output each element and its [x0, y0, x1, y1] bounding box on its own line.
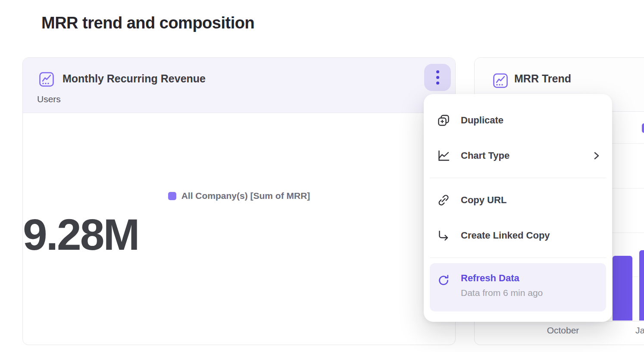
- trend-bar[interactable]: [613, 256, 632, 321]
- duplicate-icon: [437, 113, 450, 127]
- page-title: MRR trend and composition: [41, 14, 254, 32]
- card-options-button[interactable]: [424, 64, 451, 91]
- refresh-icon: [437, 273, 450, 287]
- line-chart-icon: [492, 72, 509, 89]
- mrr-legend: All Company(s) [Sum of MRR]: [23, 191, 455, 201]
- link-icon: [437, 193, 450, 207]
- menu-item-label: Chart Type: [461, 150, 510, 161]
- trend-card-title: MRR Trend: [514, 72, 571, 85]
- legend-swatch-icon: [168, 192, 176, 200]
- menu-item-label: Create Linked Copy: [461, 230, 550, 241]
- line-chart-icon: [38, 71, 55, 88]
- kebab-menu-icon: [436, 70, 439, 85]
- mrr-card: Monthly Recurring Revenue Users All Comp…: [22, 57, 456, 345]
- x-axis-label: Ja: [635, 325, 644, 336]
- menu-item-label: Copy URL: [461, 195, 506, 206]
- menu-item-copy-url[interactable]: Copy URL: [424, 182, 612, 218]
- mrr-value: 9.28M: [23, 210, 455, 260]
- legend-label: All Company(s) [Sum of MRR]: [181, 191, 310, 201]
- menu-item-duplicate[interactable]: Duplicate: [424, 103, 612, 138]
- menu-divider: [430, 258, 606, 258]
- trend-bar[interactable]: [639, 250, 644, 321]
- chart-type-icon: [437, 149, 450, 163]
- x-axis-label: October: [531, 325, 595, 336]
- linked-copy-arrow-icon: [437, 229, 450, 242]
- legend-swatch-icon: [642, 123, 644, 133]
- chevron-right-icon: [592, 151, 601, 161]
- menu-item-create-linked-copy[interactable]: Create Linked Copy: [424, 218, 612, 253]
- mrr-card-title: Monthly Recurring Revenue: [63, 72, 206, 85]
- menu-item-label: Duplicate: [461, 115, 503, 126]
- context-menu: Duplicate Chart Type Copy URL: [424, 94, 612, 322]
- mrr-card-subtitle: Users: [37, 94, 61, 104]
- menu-item-chart-type[interactable]: Chart Type: [424, 138, 612, 173]
- mrr-card-header: Monthly Recurring Revenue Users: [23, 58, 455, 113]
- menu-divider: [430, 178, 606, 178]
- menu-item-label: Refresh Data: [461, 273, 543, 284]
- menu-item-refresh-data[interactable]: Refresh Data Data from 6 min ago: [430, 263, 606, 311]
- refresh-data-age: Data from 6 min ago: [461, 288, 543, 298]
